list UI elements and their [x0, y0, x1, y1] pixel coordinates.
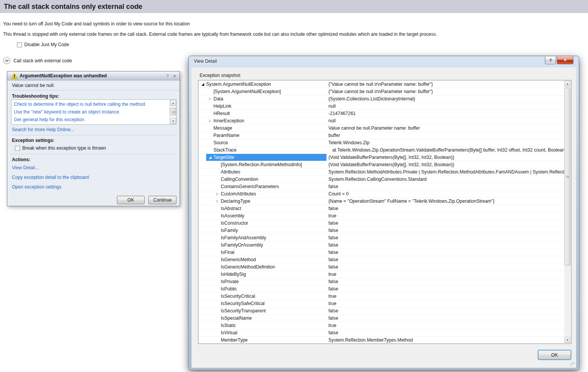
tree-row-name: HResult: [213, 111, 230, 116]
tree-row[interactable]: IsFamilyOrAssemblyfalse: [199, 242, 564, 249]
scroll-down-icon[interactable]: [170, 118, 176, 124]
tree-row-name: TargetSite: [213, 155, 234, 160]
chevron-down-icon[interactable]: [3, 57, 10, 64]
tree-row[interactable]: IsGenericMethodDefinitionfalse: [199, 264, 564, 271]
tree-row[interactable]: IsPublicfalse: [199, 285, 564, 293]
tree-row-name: InnerException: [213, 118, 244, 123]
tree-row[interactable]: StackTrace at Telerik.Windows.Zip.Operat…: [199, 147, 564, 154]
popup-help-icon[interactable]: ?: [166, 73, 169, 79]
tree-row-value: true: [328, 294, 564, 299]
tree-row[interactable]: IsAbstractfalse: [199, 205, 564, 212]
tree-row[interactable]: IsSecuritySafeCriticaltrue: [199, 300, 564, 307]
warning-icon: [11, 73, 18, 80]
tree-row[interactable]: IsFamilyfalse: [199, 227, 564, 234]
tree-row[interactable]: IsPrivatefalse: [199, 278, 564, 285]
disable-just-my-code-checkbox[interactable]: [17, 42, 22, 47]
tree-row-name: IsGenericMethodDefinition: [221, 264, 275, 270]
copy-exception-detail-link[interactable]: Copy exception detail to the clipboard: [12, 175, 89, 180]
tree-row-name: IsAssembly: [221, 213, 244, 219]
tree-row[interactable]: Data{System.Collections.ListDictionaryIn…: [199, 95, 564, 103]
tree-row-value: Value cannot be null.Parameter name: buf…: [328, 125, 564, 131]
tree-row[interactable]: AttributesSystem.Reflection.MethodAttrib…: [199, 168, 564, 176]
tip-link-3[interactable]: Get general help for this exception.: [14, 116, 170, 123]
collapse-icon[interactable]: [201, 83, 205, 86]
tree-row[interactable]: HResult-2147467261: [199, 110, 564, 117]
expand-icon[interactable]: [208, 97, 212, 101]
tree-row[interactable]: ParamNamebuffer: [199, 132, 564, 139]
tree-row-value: {Void ValidateBufferParameters(Byte[], I…: [328, 162, 564, 167]
dialog-help-button[interactable]: ?: [545, 57, 556, 64]
popup-continue-button[interactable]: Continue: [148, 196, 177, 204]
troubleshooting-tips-header: Troubleshooting tips:: [12, 93, 59, 99]
tree-row-name: IsSecuritySafeCritical: [221, 301, 265, 306]
dialog-ok-button[interactable]: OK: [538, 350, 571, 360]
tree-row[interactable]: IsSecurityCriticaltrue: [199, 293, 564, 300]
tree-row-value: false: [328, 257, 564, 262]
view-detail-client-area: Exception snapshot: System.ArgumentNullE…: [192, 67, 576, 368]
view-detail-link[interactable]: View Detail...: [12, 165, 39, 170]
tree-row[interactable]: ContainsGenericParametersfalse: [199, 183, 564, 190]
resize-grip[interactable]: [570, 362, 575, 367]
tree-row[interactable]: MessageValue cannot be null.Parameter na…: [199, 125, 564, 132]
tree-row[interactable]: TargetSite{Void ValidateBufferParameters…: [199, 154, 564, 161]
tree-row-name: IsSpecialName: [221, 315, 252, 321]
tree-row-value: false: [328, 279, 564, 284]
tree-row[interactable]: [System.Reflection.RuntimeMethodInfo]{Vo…: [199, 161, 564, 168]
tree-row[interactable]: IsStatictrue: [199, 322, 564, 329]
tree-row[interactable]: IsHideBySigtrue: [199, 271, 564, 278]
tree-row-name: IsFamilyAndAssembly: [221, 235, 266, 240]
tree-row[interactable]: [System.ArgumentNullException]{"Value ca…: [199, 88, 564, 95]
tree-row-value: null: [328, 103, 564, 109]
tip-link-2[interactable]: Use the "new" keyword to create an objec…: [14, 108, 170, 116]
tips-scrollbar-thumb[interactable]: [170, 108, 176, 115]
tree-row-name: IsFamily: [221, 228, 238, 233]
tree-row[interactable]: CustomAttributesCount = 0: [199, 190, 564, 198]
tree-row-value: false: [328, 235, 564, 240]
tree-row[interactable]: IsAssemblytrue: [199, 212, 564, 220]
popup-ok-button[interactable]: OK: [117, 196, 145, 204]
tree-row[interactable]: MemberTypeSystem.Reflection.MemberTypes.…: [199, 337, 564, 343]
exception-message: Value cannot be null.: [7, 80, 180, 90]
tree-row[interactable]: IsGenericMethodfalse: [199, 256, 564, 264]
tree-row[interactable]: System.ArgumentNullException{"Value cann…: [199, 81, 564, 88]
tree-row[interactable]: IsSecurityTransparentfalse: [199, 307, 564, 315]
tip-link-1[interactable]: Check to determine if the object is null…: [14, 100, 170, 108]
break-when-thrown-checkbox[interactable]: [15, 146, 20, 151]
callstack-expander-row: Call stack with external code: [3, 57, 72, 64]
tree-scrollbar-thumb[interactable]: [565, 88, 570, 265]
tree-row[interactable]: IsFamilyAndAssemblyfalse: [199, 234, 564, 242]
tree-row[interactable]: IsSpecialNamefalse: [199, 315, 564, 322]
popup-close-icon[interactable]: ✕: [173, 73, 177, 79]
tree-row[interactable]: HelpLinknull: [199, 103, 564, 110]
tree-row-value: false: [328, 286, 564, 292]
tree-row-name: StackTrace: [213, 147, 237, 153]
tree-row[interactable]: IsFinalfalse: [199, 249, 564, 256]
tree-row-name: IsPrivate: [221, 279, 239, 284]
scroll-up-icon[interactable]: [565, 81, 570, 87]
dialog-close-button[interactable]: ✕: [557, 57, 573, 64]
tree-row-value: false: [328, 184, 564, 189]
expand-icon[interactable]: [208, 119, 212, 123]
tree-row-name: IsAbstract: [221, 206, 241, 211]
tree-row-value: false: [328, 206, 564, 211]
tree-row[interactable]: SourceTelerik.Windows.Zip: [199, 139, 564, 147]
disable-just-my-code-label: Disable Just My Code: [24, 42, 69, 47]
expand-icon[interactable]: [216, 192, 219, 196]
expand-icon[interactable]: [216, 200, 219, 203]
tree-row-name: MemberType: [221, 337, 248, 343]
tree-row[interactable]: IsConstructorfalse: [199, 220, 564, 227]
tree-row-value: {Name = "OperationStream" FullName = "Te…: [328, 199, 564, 204]
tree-row[interactable]: CallingConventionSystem.Reflection.Calli…: [199, 176, 564, 183]
tree-row[interactable]: IsVirtualfalse: [199, 329, 564, 337]
tree-row[interactable]: InnerExceptionnull: [199, 117, 564, 125]
open-exception-settings-link[interactable]: Open exception settings: [12, 184, 62, 190]
scroll-up-icon[interactable]: [170, 100, 176, 106]
scroll-down-icon[interactable]: [565, 337, 570, 343]
tree-row[interactable]: DeclaringType{Name = "OperationStream" F…: [199, 198, 564, 205]
tree-row-value: System.Reflection.MemberTypes.Method: [328, 337, 564, 343]
collapse-icon[interactable]: [208, 156, 212, 159]
search-help-online-link[interactable]: Search for more Help Online...: [12, 127, 74, 132]
tree-scrollbar[interactable]: [564, 81, 571, 343]
tips-scrollbar[interactable]: [170, 100, 176, 124]
tree-row-value: null: [328, 118, 564, 123]
